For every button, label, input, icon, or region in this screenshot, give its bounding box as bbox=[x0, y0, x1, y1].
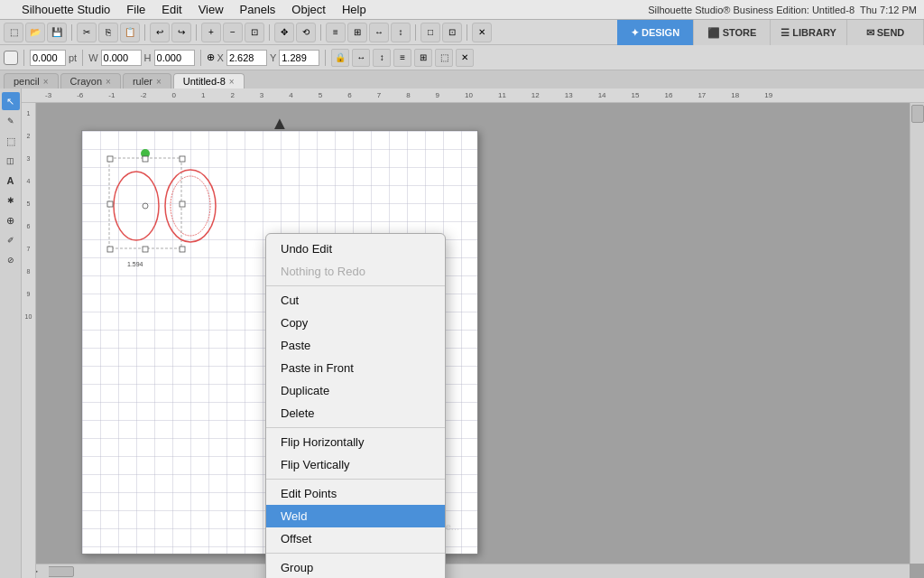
ctx-undo-edit[interactable]: Undo Edit bbox=[266, 238, 445, 260]
ctx-copy[interactable]: Copy bbox=[266, 312, 445, 334]
tab-untitled-close[interactable]: × bbox=[229, 77, 235, 87]
canvas-shapes: 3.57 1.594 bbox=[100, 144, 281, 325]
undo-btn[interactable]: ↩ bbox=[150, 23, 170, 42]
coords-icon: ⊕ bbox=[207, 51, 215, 63]
select-tool-btn[interactable]: ↖ bbox=[2, 92, 20, 110]
width-input[interactable]: 0.000 bbox=[101, 50, 142, 66]
lock-aspect-btn[interactable]: 🔒 bbox=[331, 49, 349, 67]
align-t2-btn[interactable]: ≡ bbox=[393, 49, 411, 67]
tab-ruler[interactable]: ruler × bbox=[123, 73, 171, 89]
scroll-up-arrow[interactable]: ▲ bbox=[271, 113, 289, 134]
send-button[interactable]: ✉ SEND bbox=[847, 20, 924, 45]
menu-object[interactable]: Object bbox=[284, 1, 333, 18]
close-btn[interactable]: ✕ bbox=[472, 23, 492, 42]
sep4 bbox=[269, 24, 270, 41]
store-button[interactable]: ⬛ STORE bbox=[694, 20, 771, 45]
ctx-sep-4 bbox=[266, 553, 445, 554]
svg-rect-5 bbox=[143, 156, 148, 162]
delete-t2-btn[interactable]: ✕ bbox=[456, 49, 474, 67]
eraser-tool-btn[interactable]: ✐ bbox=[2, 231, 20, 249]
zoom-tool-btn[interactable]: ⊕ bbox=[2, 211, 20, 229]
menu-bar: Silhouette Studio File Edit View Panels … bbox=[0, 0, 924, 20]
ungroup-btn[interactable]: ⊡ bbox=[442, 23, 462, 42]
align-btn[interactable]: ≡ bbox=[326, 23, 346, 42]
ctx-paste[interactable]: Paste bbox=[266, 334, 445, 357]
tab-pencil-close[interactable]: × bbox=[43, 77, 49, 87]
draw-tool-btn[interactable]: ✎ bbox=[2, 112, 20, 130]
new-btn[interactable]: ⬚ bbox=[4, 23, 23, 42]
order-t2-btn[interactable]: ⬚ bbox=[435, 49, 453, 67]
zoom-in-btn[interactable]: + bbox=[201, 23, 221, 42]
svg-rect-4 bbox=[107, 156, 113, 162]
menu-edit[interactable]: Edit bbox=[154, 1, 189, 18]
paste-btn[interactable]: 📋 bbox=[120, 23, 140, 42]
knife-tool-btn[interactable]: ⊘ bbox=[2, 251, 20, 269]
height-input[interactable]: 0.000 bbox=[154, 50, 195, 66]
menu-view[interactable]: View bbox=[191, 1, 231, 18]
svg-point-3 bbox=[171, 176, 210, 236]
properties-toolbar: pt W 0.000 H 0.000 ⊕ X 2.628 Y 1.289 🔒 ↔… bbox=[0, 45, 924, 70]
flip-v-t2-btn[interactable]: ↕ bbox=[373, 49, 391, 67]
pt-input[interactable] bbox=[30, 50, 66, 66]
redo-btn[interactable]: ↪ bbox=[171, 23, 191, 42]
pt-label: pt bbox=[69, 52, 77, 63]
ctx-cut[interactable]: Cut bbox=[266, 289, 445, 312]
ctx-group[interactable]: Group bbox=[266, 556, 445, 578]
scroll-thumb[interactable] bbox=[911, 105, 924, 123]
x-input[interactable]: 2.628 bbox=[226, 50, 267, 66]
ctx-flip-horizontally[interactable]: Flip Horizontally bbox=[266, 431, 445, 453]
move-btn[interactable]: ✥ bbox=[274, 23, 294, 42]
ctx-flip-vertically[interactable]: Flip Vertically bbox=[266, 453, 445, 476]
h-label: H bbox=[144, 52, 152, 63]
y-input[interactable]: 1.289 bbox=[279, 50, 319, 66]
menu-silhouette-studio[interactable]: Silhouette Studio bbox=[14, 1, 117, 18]
tab-untitled-label: Untitled-8 bbox=[183, 76, 226, 87]
svg-rect-8 bbox=[180, 201, 185, 207]
ctx-edit-points[interactable]: Edit Points bbox=[266, 482, 445, 505]
menu-file[interactable]: File bbox=[119, 1, 152, 18]
menu-help[interactable]: Help bbox=[335, 1, 374, 18]
zoom-fit-btn[interactable]: ⊡ bbox=[245, 23, 264, 42]
copy-btn[interactable]: ⎘ bbox=[98, 23, 118, 42]
menu-panels[interactable]: Panels bbox=[233, 1, 283, 18]
ctx-duplicate[interactable]: Duplicate bbox=[266, 379, 445, 402]
open-btn[interactable]: 📂 bbox=[25, 23, 45, 42]
flip-h-t2-btn[interactable]: ↔ bbox=[352, 49, 370, 67]
flip-v-btn[interactable]: ↕ bbox=[391, 23, 411, 42]
design-button[interactable]: ✦ DESIGN bbox=[617, 20, 694, 45]
ctx-weld[interactable]: Weld bbox=[266, 505, 445, 527]
tab-crayon[interactable]: Crayon × bbox=[60, 73, 121, 89]
svg-point-12 bbox=[143, 203, 148, 209]
text-tool-btn[interactable]: A bbox=[2, 172, 20, 190]
ctx-delete[interactable]: Delete bbox=[266, 402, 445, 424]
fill-tool-btn[interactable]: ✱ bbox=[2, 191, 20, 210]
tab-ruler-close[interactable]: × bbox=[156, 77, 162, 87]
ruler-top: -3-6-1-2012345678910111213141516171819 bbox=[22, 89, 924, 103]
flip-h-btn[interactable]: ↔ bbox=[369, 23, 389, 42]
horizontal-scrollbar[interactable] bbox=[36, 564, 910, 578]
ctx-paste-in-front[interactable]: Paste in Front bbox=[266, 357, 445, 379]
cut-btn[interactable]: ✂ bbox=[77, 23, 97, 42]
sep7 bbox=[467, 24, 467, 41]
transform-btn[interactable]: ⟲ bbox=[296, 23, 316, 42]
tab-pencil[interactable]: pencil × bbox=[4, 73, 59, 89]
svg-rect-11 bbox=[180, 247, 185, 252]
tab-crayon-close[interactable]: × bbox=[106, 77, 111, 87]
library-button[interactable]: ☰ LIBRARY bbox=[771, 20, 847, 45]
tab-untitled[interactable]: Untitled-8 × bbox=[173, 73, 245, 89]
save-btn[interactable]: 💾 bbox=[47, 23, 67, 42]
shape-tool-btn[interactable]: ⬚ bbox=[2, 132, 20, 150]
vertical-scrollbar[interactable] bbox=[910, 103, 924, 564]
distribute-btn[interactable]: ⊞ bbox=[347, 23, 367, 42]
group-t2-btn[interactable]: ⊞ bbox=[414, 49, 432, 67]
svg-point-2 bbox=[165, 170, 216, 242]
ctx-sep-2 bbox=[266, 427, 445, 428]
clock: Thu 7:12 PM bbox=[860, 5, 917, 15]
group-btn[interactable]: □ bbox=[420, 23, 440, 42]
ruler-marks: -3-6-1-2012345678910111213141516171819 bbox=[45, 91, 772, 99]
sep-t2 bbox=[23, 50, 24, 66]
zoom-out-btn[interactable]: − bbox=[223, 23, 243, 42]
crop-tool-btn[interactable]: ◫ bbox=[2, 152, 20, 170]
ctx-offset[interactable]: Offset bbox=[266, 527, 445, 550]
tab-ruler-label: ruler bbox=[133, 76, 152, 87]
